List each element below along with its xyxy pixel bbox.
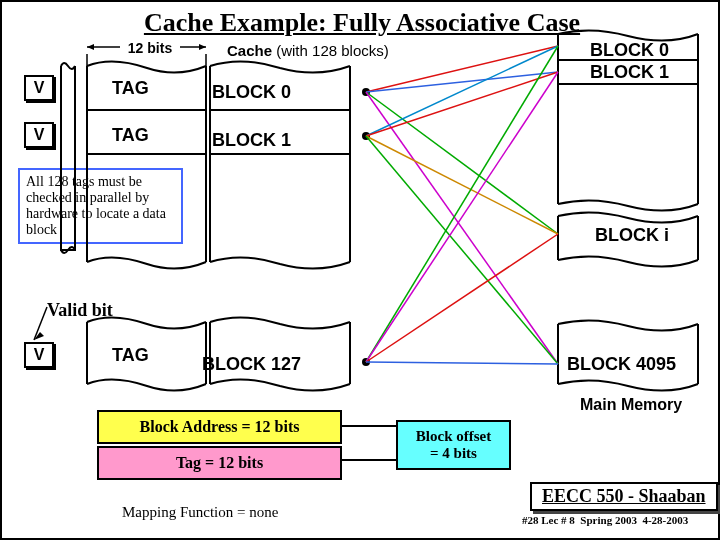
svg-line-18 (366, 72, 558, 92)
main-memory-label: Main Memory (580, 396, 682, 414)
svg-line-28 (366, 362, 558, 364)
svg-marker-5 (199, 44, 206, 50)
mem-block-i: BLOCK i (595, 225, 669, 246)
block-address-box: Block Address = 12 bits (97, 410, 342, 444)
svg-point-14 (362, 88, 370, 96)
mem-block-4095: BLOCK 4095 (567, 354, 676, 375)
mapping-function: Mapping Function = none (122, 504, 278, 521)
svg-line-24 (366, 136, 558, 364)
svg-line-6 (34, 307, 47, 340)
cache-block-1: BLOCK 1 (212, 130, 291, 151)
slide-frame: Cache Example: Fully Associative Case 12… (0, 0, 720, 540)
svg-point-16 (362, 358, 370, 366)
svg-line-22 (366, 72, 558, 136)
tag-0: TAG (112, 78, 149, 99)
svg-line-27 (366, 234, 558, 362)
svg-line-17 (366, 46, 558, 92)
valid-bit-127: V (24, 342, 54, 368)
svg-line-25 (366, 46, 558, 362)
svg-line-26 (366, 72, 558, 362)
tag-1: TAG (112, 125, 149, 146)
valid-bit-0: V (24, 75, 54, 101)
cache-block-127: BLOCK 127 (202, 354, 301, 375)
svg-marker-4 (87, 44, 94, 50)
svg-point-15 (362, 132, 370, 140)
svg-line-23 (366, 136, 558, 234)
footer-info: #28 Lec # 8 Spring 2003 4-28-2003 (522, 514, 688, 526)
slide-title: Cache Example: Fully Associative Case (2, 4, 720, 38)
tag-width-label: 12 bits (120, 40, 180, 56)
mem-block-1: BLOCK 1 (590, 62, 669, 83)
svg-line-20 (366, 92, 558, 364)
svg-line-19 (366, 92, 558, 234)
svg-line-21 (366, 46, 558, 136)
course-box: EECC 550 - Shaaban (530, 482, 718, 511)
mem-block-0: BLOCK 0 (590, 40, 669, 61)
note-parallel-check: All 128 tags must be checked in parallel… (18, 168, 183, 244)
offset-box: Block offset= 4 bits (396, 420, 511, 470)
tag-127: TAG (112, 345, 149, 366)
cache-size-label: Cache (with 128 blocks) (227, 42, 389, 59)
valid-bit-1: V (24, 122, 54, 148)
svg-marker-7 (34, 332, 44, 340)
tag-box: Tag = 12 bits (97, 446, 342, 480)
cache-block-0: BLOCK 0 (212, 82, 291, 103)
valid-bit-label: Valid bit (47, 300, 113, 321)
